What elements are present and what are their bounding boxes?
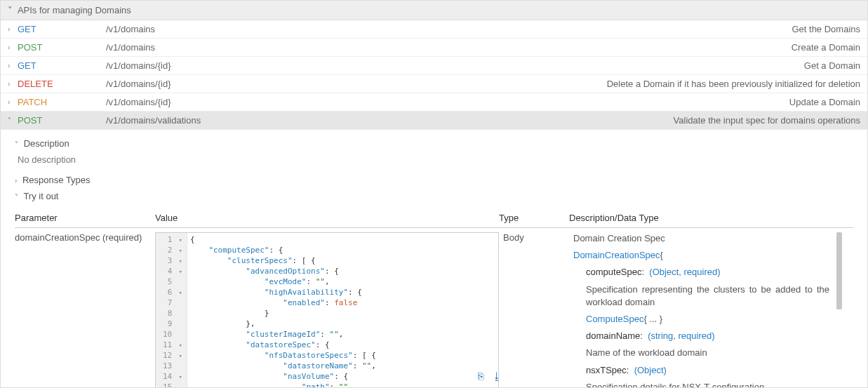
http-method: PATCH — [15, 97, 106, 107]
http-method: DELETE — [15, 79, 106, 89]
datatype-field: nsxTSpec: (Object) — [586, 364, 829, 377]
http-method: POST — [15, 42, 106, 53]
api-endpoint-row[interactable]: ›GET/v1/domainsGet the Domains — [1, 20, 867, 39]
api-description: Create a Domain — [597, 42, 860, 53]
datatype-column: Domain Creation Spec DomainCreationSpec{… — [569, 232, 853, 388]
api-detail: ˅ Description No description › Response … — [1, 130, 867, 388]
api-endpoint-row[interactable]: ˅POST/v1/domains/validationsValidate the… — [1, 112, 867, 130]
datatype-field-desc: Specification details for NSX-T configur… — [586, 381, 829, 388]
api-path: /v1/domains — [106, 24, 597, 34]
code-area[interactable]: { "computeSpec": { "clusterSpecs": [ { "… — [187, 233, 498, 388]
description-toggle[interactable]: ˅ Description — [15, 135, 853, 152]
api-description: Get a Domain — [597, 60, 860, 71]
scrollbar-thumb[interactable] — [836, 232, 842, 309]
param-row: domainCreationSpec (required) 1 ▾2 ▾3 ▾4… — [15, 228, 853, 388]
chevron-down-icon: ˅ — [15, 140, 18, 148]
api-path: /v1/domains/validations — [106, 115, 597, 126]
section-header[interactable]: ˅ APIs for managing Domains — [1, 1, 867, 20]
datatype-field: computeSpec: (Object, required) — [586, 266, 829, 279]
datatype-field-desc: Specification representing the clusters … — [586, 283, 829, 309]
footer-actions: ⎘ ⭳ — [478, 370, 507, 382]
param-name: domainCreationSpec (required) — [15, 232, 155, 243]
datatype-child-link[interactable]: ComputeSpec{ ... } — [586, 313, 829, 326]
col-parameter: Parameter — [15, 213, 155, 223]
chevron-icon: › — [8, 25, 15, 33]
api-path: /v1/domains/{id} — [106, 60, 597, 71]
line-gutter: 1 ▾2 ▾3 ▾4 ▾5 6 ▾7 8 9 10 11 ▾12 ▾13 14 … — [156, 233, 187, 388]
chevron-down-icon: ˅ — [8, 5, 13, 15]
response-types-toggle[interactable]: › Response Types — [15, 172, 853, 188]
api-path: /v1/domains/{id} — [106, 97, 597, 107]
api-endpoint-row[interactable]: ›PATCH/v1/domains/{id}Update a Domain — [1, 93, 867, 112]
api-path: /v1/domains — [106, 42, 597, 53]
datatype-title: Domain Creation Spec — [573, 232, 829, 245]
http-method: GET — [15, 24, 106, 34]
no-description-text: No description — [15, 152, 853, 172]
chevron-icon: › — [8, 62, 15, 69]
chevron-icon: › — [8, 80, 15, 88]
chevron-icon: ˅ — [8, 116, 15, 124]
datatype-field: domainName: (string, required) — [586, 330, 829, 342]
datatype-root-link[interactable]: DomainCreationSpec — [573, 250, 660, 260]
col-type: Type — [499, 213, 569, 223]
try-it-out-toggle[interactable]: ˅ Try it out — [15, 188, 853, 204]
datatype-scroll[interactable]: Domain Creation Spec DomainCreationSpec{… — [573, 232, 832, 388]
http-method: GET — [15, 60, 106, 71]
col-description-datatype: Description/Data Type — [569, 213, 853, 223]
api-endpoint-row[interactable]: ›GET/v1/domains/{id}Get a Domain — [1, 57, 867, 75]
api-endpoint-row[interactable]: ›POST/v1/domainsCreate a Domain — [1, 39, 867, 57]
download-icon[interactable]: ⭳ — [492, 370, 502, 382]
http-method: POST — [15, 115, 106, 126]
chevron-icon: › — [8, 44, 15, 51]
api-list: ›GET/v1/domainsGet the Domains›POST/v1/d… — [1, 20, 867, 130]
api-description: Get the Domains — [597, 24, 860, 34]
col-value: Value — [155, 213, 499, 223]
datatype-field-desc: Name of the workload domain — [586, 347, 829, 359]
chevron-icon: › — [8, 98, 15, 106]
copy-icon[interactable]: ⎘ — [478, 370, 483, 382]
json-editor[interactable]: 1 ▾2 ▾3 ▾4 ▾5 6 ▾7 8 9 10 11 ▾12 ▾13 14 … — [155, 232, 499, 388]
api-description: Validate the input spec for domains oper… — [597, 115, 860, 126]
api-path: /v1/domains/{id} — [106, 79, 597, 89]
api-description: Delete a Domain if it has been previousl… — [597, 79, 860, 89]
param-table-header: Parameter Value Type Description/Data Ty… — [15, 208, 853, 228]
param-type: Body — [499, 232, 569, 243]
value-editor-wrap: 1 ▾2 ▾3 ▾4 ▾5 6 ▾7 8 9 10 11 ▾12 ▾13 14 … — [155, 232, 499, 388]
section-title: APIs for managing Domains — [18, 5, 131, 15]
api-explorer-panel: ˅ APIs for managing Domains ›GET/v1/doma… — [0, 0, 868, 388]
api-endpoint-row[interactable]: ›DELETE/v1/domains/{id}Delete a Domain i… — [1, 75, 867, 93]
datatype-scrollbar[interactable] — [835, 232, 842, 388]
chevron-right-icon: › — [15, 177, 17, 185]
api-description: Update a Domain — [597, 97, 860, 107]
chevron-down-icon: ˅ — [15, 193, 18, 201]
